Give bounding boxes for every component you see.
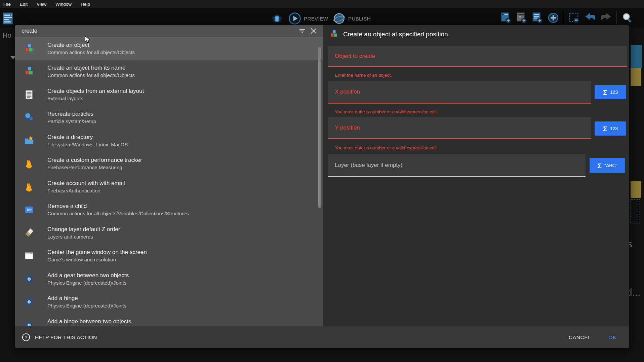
redo-icon[interactable] — [600, 11, 612, 24]
action-list-item[interactable]: Recreate particlesParticle system/Setup — [15, 106, 323, 130]
add-subevent-icon[interactable] — [515, 11, 528, 24]
action-group-path: Layers and cameras — [47, 233, 120, 240]
expression-editor-button[interactable]: Σ123 — [595, 121, 626, 136]
help-label: HELP FOR THIS ACTION — [35, 334, 97, 340]
undo-icon[interactable] — [584, 11, 597, 24]
svg-text:?: ? — [25, 335, 28, 340]
particles-icon — [24, 112, 34, 123]
action-list-item[interactable]: Create a directoryFilesystem/Windows, Li… — [15, 129, 323, 152]
action-list-item[interactable]: Create an objectCommon actions for all o… — [15, 37, 323, 60]
cancel-button[interactable]: CANCEL — [569, 334, 591, 340]
ok-button[interactable]: OK — [608, 334, 616, 340]
y-position-field[interactable]: Y position — [328, 117, 591, 139]
gear-icon — [24, 297, 34, 307]
action-list-item[interactable]: VarRemove a childCommon actions for all … — [15, 198, 323, 222]
expression-editor-button[interactable]: Σ"ABC" — [590, 158, 625, 173]
action-group-path: Common actions for all objects/Objects — [47, 72, 135, 79]
field-placeholder: Layer (base layer if empty) — [335, 162, 402, 169]
action-group-path: Common actions for all objects/Variables… — [47, 210, 189, 217]
action-title: Create an object from its name — [47, 64, 135, 72]
field-helper-text: Enter the name of an object. — [335, 73, 392, 78]
expression-type-label: 123 — [610, 126, 618, 131]
action-list-item[interactable]: Create an object from its nameCommon act… — [15, 60, 323, 83]
action-title: Create account with with email — [47, 180, 125, 187]
svg-text:Var: Var — [26, 208, 32, 213]
eraser-icon — [24, 228, 34, 238]
preview-label: PREVIEW — [304, 16, 328, 22]
field-helper-text: You must enter a number or a valid expre… — [335, 145, 438, 150]
menu-view[interactable]: View — [37, 2, 46, 7]
field-helper-text: You must enter a number or a valid expre… — [335, 109, 438, 114]
action-title: Create a directory — [47, 134, 128, 141]
action-group-path: Filesystem/Windows, Linux, MacOS — [47, 141, 128, 148]
action-config-pane: Create an object at specified position O… — [323, 25, 629, 348]
background-olive-block — [631, 68, 641, 86]
action-group-path: External layouts — [47, 95, 144, 102]
action-title: Create an object — [47, 41, 135, 49]
expression-editor-button[interactable]: Σ123 — [595, 85, 626, 99]
cubes-icon — [24, 66, 34, 77]
cubes-icon — [24, 43, 34, 54]
field-placeholder: Y position — [335, 124, 360, 131]
menu-help[interactable]: Help — [81, 2, 90, 7]
action-title: Create objects from an external layout — [47, 87, 144, 95]
x-position-field[interactable]: X position — [328, 81, 591, 104]
var-icon: Var — [24, 205, 34, 215]
action-list-item[interactable]: Center the game window on the screenGame… — [15, 245, 323, 268]
action-title: Create a custom performance tracker — [47, 156, 142, 164]
toolbar-separator — [616, 11, 617, 25]
action-list-item[interactable]: Create a custom performance trackerFireb… — [15, 152, 323, 176]
action-list-item[interactable]: Add a gear between two objectsPhysics En… — [15, 267, 323, 291]
publish-button[interactable]: PUBLISH — [333, 12, 371, 25]
action-title: Remove a child — [47, 203, 189, 210]
home-tab-label[interactable]: Ho — [3, 32, 11, 39]
search-input[interactable]: create — [22, 28, 295, 34]
menu-window[interactable]: Window — [55, 2, 72, 7]
action-group-path: Physics Engine (deprecated)/Joints — [47, 279, 129, 286]
action-group-path: Firebase/Performance Measuring — [47, 164, 142, 171]
firebase-icon — [24, 182, 34, 192]
action-group-path: Common actions for all objects/Objects — [47, 49, 135, 56]
action-list-item[interactable]: Create account with with emailFirebase/A… — [15, 175, 323, 198]
layer-base-layer-if-empty-field[interactable]: Layer (base layer if empty) — [328, 154, 586, 177]
add-circle-icon[interactable] — [547, 11, 560, 24]
action-group-path: Game's window and resolution — [47, 256, 147, 263]
action-title: Add a hinge — [47, 295, 126, 302]
expression-type-label: "ABC" — [604, 163, 617, 168]
menu-edit[interactable]: Edit — [20, 2, 28, 7]
debug-button[interactable] — [271, 13, 283, 25]
publish-label: PUBLISH — [348, 16, 371, 22]
project-manager-button[interactable] — [2, 11, 15, 26]
filter-icon[interactable] — [298, 27, 307, 35]
expression-type-label: 123 — [610, 89, 618, 95]
help-button[interactable]: ? HELP FOR THIS ACTION — [22, 333, 97, 342]
preview-button[interactable]: PREVIEW — [288, 12, 328, 25]
search-icon[interactable] — [621, 11, 634, 24]
action-list-item[interactable]: Add a hingePhysics Engine (deprecated)/J… — [15, 291, 323, 314]
search-bar: create — [15, 25, 323, 37]
choose-action-dialog: create Create an objectCommon actions fo… — [15, 25, 629, 348]
sigma-icon: Σ — [597, 162, 602, 169]
toolbar-separator — [564, 11, 564, 25]
background-teal-block — [631, 45, 642, 68]
field-placeholder: Object to create — [335, 53, 375, 60]
background-dashed-block — [631, 199, 640, 223]
action-list-item[interactable]: Create objects from an external layoutEx… — [15, 83, 323, 106]
sigma-icon: Σ — [603, 125, 607, 132]
folder-icon — [24, 136, 34, 146]
add-event-icon[interactable] — [499, 11, 512, 24]
menu-file[interactable]: File — [3, 2, 11, 7]
object-to-create-field[interactable]: Object to create — [328, 46, 627, 67]
action-title: Recreate particles — [47, 110, 96, 118]
add-comment-icon[interactable] — [531, 11, 544, 24]
action-list-item[interactable]: Change layer default Z orderLayers and c… — [15, 221, 323, 245]
close-icon[interactable] — [309, 27, 318, 35]
action-title: Add a gear between two objects — [47, 272, 129, 279]
action-title: Change layer default Z order — [47, 226, 120, 233]
action-title: Center the game window on the screen — [47, 249, 147, 256]
action-result-list: Create an objectCommon actions for all o… — [15, 37, 323, 348]
select-event-icon[interactable] — [568, 11, 581, 24]
scrollbar-thumb[interactable] — [318, 47, 321, 208]
field-placeholder: X position — [335, 88, 360, 95]
play-icon — [288, 12, 301, 25]
